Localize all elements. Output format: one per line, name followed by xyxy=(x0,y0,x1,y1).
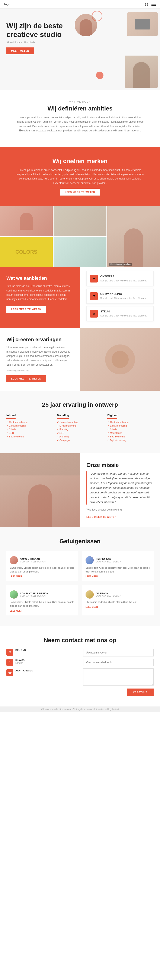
service-item-3: ◈ STEUN Sample text. Click to select the… xyxy=(86,306,154,321)
mission-cta-link[interactable]: LEES MEER TE WETEN xyxy=(86,515,116,518)
testimonial-readmore-2[interactable]: LEES MEER xyxy=(86,575,150,578)
testimonial-author-row-3: COMPANY SELF-DESIGN COMPANY SELF-DESIGN xyxy=(10,590,74,598)
form-group-email xyxy=(83,659,154,666)
services-title: Wat we aanbieden xyxy=(6,275,74,281)
experience-cta-button[interactable]: LEES MEER TE WETEN xyxy=(6,375,46,382)
testimonial-meta-3: COMPANY SELF-DESIGN COMPANY SELF-DESIGN xyxy=(20,592,48,597)
experience-caption: Afbeelding van Unsplash xyxy=(6,369,74,372)
experience-section: Wij creëren ervaringen Ut arcu aliquam p… xyxy=(0,328,160,391)
support-icon: ◈ xyxy=(93,312,95,316)
merken-cta-button[interactable]: LEES MEER TE WETEN xyxy=(60,189,100,196)
section-tag: WAT WE DOEN xyxy=(6,100,154,103)
testimonial-meta-1: STEFAN HANSEN COMPANY SELF-DESIGN xyxy=(20,558,46,563)
stats-item-2-3: Framing xyxy=(57,428,103,431)
testimonial-readmore-1[interactable]: LEES MEER xyxy=(10,575,74,578)
footer-hint-text: Click once to select the element. Click … xyxy=(41,708,119,711)
testimonial-text-3: Sample text. Click to select the text bo… xyxy=(10,600,74,608)
hero-cta-button[interactable]: MEER WETEN xyxy=(6,48,34,54)
service-title-2: ONTWIKKELING xyxy=(100,292,147,296)
testimonial-text-4: Click again or double click to start edi… xyxy=(86,600,150,604)
contact-value-2: Londen xyxy=(15,662,25,664)
mission-image xyxy=(0,453,80,527)
testimonials-grid: STEFAN HANSEN COMPANY SELF-DESIGN Sample… xyxy=(6,551,154,615)
stats-col-title-3: Digitaal xyxy=(107,414,117,418)
stats-item-2-5: Archiving xyxy=(57,435,103,438)
design-icon: ✦ xyxy=(93,277,95,281)
decor-circle xyxy=(92,11,102,21)
contact-info-text-2: PLAATS Londen xyxy=(15,659,25,664)
contact-label-2: PLAATS xyxy=(15,659,25,662)
merken-title: Wij creëren merken xyxy=(6,158,154,165)
services-right: ✦ ONTWERP Sample text. Click to select t… xyxy=(80,267,160,328)
contact-info-3: ☎ AANTIJGINGEN xyxy=(6,669,77,676)
service-content-2: ONTWIKKELING Sample text. Click to selec… xyxy=(100,292,147,300)
ambities-text: Lorem ipsum dolor sit amet, consectetur … xyxy=(16,115,144,133)
service-content-3: STEUN Sample text. Click to select the T… xyxy=(100,310,147,318)
hero-section: Wij zijn de beste creatieve studio Afbee… xyxy=(0,8,160,90)
merken-text: Lorem ipsum dolor sit amet, consectetur … xyxy=(16,168,144,186)
grid-caption: Afbeelding van Unsplash xyxy=(109,262,132,266)
services-left: Wat we aanbieden Dithunc molestie dui. P… xyxy=(0,267,80,328)
testimonial-2: NICK DRAGO COMPANY SELF-DESIGN Sample te… xyxy=(82,551,154,581)
services-cta-button[interactable]: LEES MEER TE WETEN xyxy=(6,306,46,313)
service-title-1: ONTWERP xyxy=(100,275,147,278)
testimonial-4: IVA FRANK COMPANY SELF-DESIGN Click agai… xyxy=(82,585,154,615)
ambities-section: WAT WE DOEN Wij definiëren ambities Lore… xyxy=(0,90,160,147)
contact-title: Neem contact met ons op xyxy=(6,637,154,644)
email-input[interactable] xyxy=(83,659,154,666)
testimonial-readmore-4[interactable]: LEES MEER xyxy=(86,606,150,608)
nav-grid-icon[interactable] xyxy=(145,3,149,6)
hero-image-3 xyxy=(125,56,158,88)
services-text: Dithunc molestie dui. Phasellus pharetra… xyxy=(6,284,74,302)
contact-right: VERSTUUR xyxy=(83,649,154,696)
mission-left xyxy=(0,453,80,527)
mission-author: Wile fact, director de marketing xyxy=(86,508,154,512)
ambities-title: Wij definiëren ambities xyxy=(6,105,154,112)
service-icon-3: ◈ xyxy=(90,310,98,318)
stats-item-3-6: Digitale toeziag xyxy=(107,439,154,442)
grid-image-4: COLORS xyxy=(0,237,53,267)
testimonial-role-2: COMPANY SELF-DESIGN xyxy=(96,560,121,563)
form-group-name xyxy=(83,649,154,657)
hero-image-2 xyxy=(127,13,158,36)
testimonial-name-2: NICK DRAGO xyxy=(96,558,121,560)
experience-image xyxy=(80,328,160,391)
contact-section: Neem contact met ons op ✉ BEL ONS 📍 PLAA… xyxy=(0,626,160,706)
menu-icon[interactable] xyxy=(152,3,156,6)
testimonial-avatar-2 xyxy=(86,556,93,564)
message-input[interactable] xyxy=(83,668,154,686)
submit-button[interactable]: VERSTUUR xyxy=(127,689,154,696)
stats-item-2-6: Campagn xyxy=(57,439,103,442)
service-icon-1: ✦ xyxy=(90,275,98,283)
name-input[interactable] xyxy=(83,649,154,657)
stats-col-title-1: Inhoud xyxy=(6,414,16,418)
dev-icon: ⚙ xyxy=(92,294,95,298)
stats-item-1-2: E-mailmarketing xyxy=(6,425,53,427)
testimonial-author-row-1: STEFAN HANSEN COMPANY SELF-DESIGN xyxy=(10,556,74,564)
mission-section: Onze missie "Door de tijd te nemen om ee… xyxy=(0,453,160,527)
contact-icon-1: ✉ xyxy=(6,649,13,655)
contact-label-3: AANTIJGINGEN xyxy=(15,669,33,672)
contact-info-1: ✉ BEL ONS xyxy=(6,649,77,655)
stats-item-1-4: SEO xyxy=(6,432,53,434)
testimonials-title: Getuigenissen xyxy=(6,538,154,545)
testimonial-role-3: COMPANY SELF-DESIGN xyxy=(20,595,48,597)
testimonial-avatar-1 xyxy=(10,556,18,564)
stats-item-3-3: Crissis xyxy=(107,428,154,431)
contact-icon-3: ☎ xyxy=(6,669,13,676)
stats-col-title-2: Branding xyxy=(57,414,69,418)
contact-info-text-3: AANTIJGINGEN xyxy=(15,669,33,672)
hero-title: Wij zijn de beste creatieve studio xyxy=(6,21,74,39)
stats-col-1: Inhoud Contentmarketing E-mailmarketing … xyxy=(6,413,53,442)
stats-item-2-4: SEO xyxy=(57,432,103,434)
mission-right: Onze missie "Door de tijd te nemen om ee… xyxy=(80,453,160,527)
grid-image-1 xyxy=(0,206,53,236)
hero-subtitle: Afbeelding van Unsplash xyxy=(6,41,74,44)
stats-item-2-1: Contentmarketing xyxy=(57,421,103,423)
testimonial-readmore-3[interactable]: LEES MEER xyxy=(10,610,74,612)
services-section: Wat we aanbieden Dithunc molestie dui. P… xyxy=(0,267,160,328)
testimonial-3: COMPANY SELF-DESIGN COMPANY SELF-DESIGN … xyxy=(6,585,78,615)
stats-item-2-2: E-mailmarketing xyxy=(57,425,103,427)
hero-images xyxy=(74,8,160,90)
contact-info-text-1: BEL ONS xyxy=(15,649,26,651)
